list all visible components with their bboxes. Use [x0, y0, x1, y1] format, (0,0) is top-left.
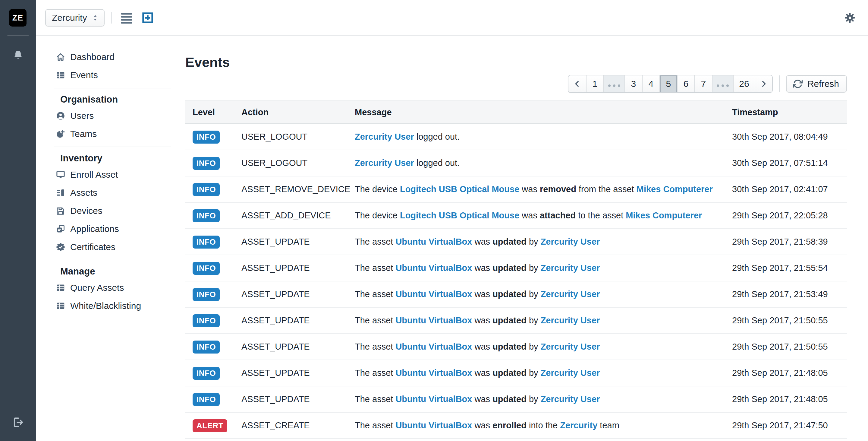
- ellipsis-icon: [607, 79, 621, 89]
- page-button-4[interactable]: 4: [642, 76, 659, 92]
- page-button-5[interactable]: 5: [659, 76, 677, 92]
- entity-link[interactable]: Ubuntu VirtualBox: [396, 263, 472, 273]
- message-text: was: [472, 237, 493, 246]
- sidebar-item-applications[interactable]: Applications: [36, 220, 186, 238]
- sidebar-item-users[interactable]: Users: [36, 107, 186, 125]
- nav-section-header-manage: Manage: [36, 264, 186, 279]
- action-cell: ASSET_UPDATE: [234, 308, 347, 333]
- message-text: from the asset: [576, 184, 637, 194]
- message-cell: The asset Ubuntu VirtualBox was enrolled…: [347, 413, 725, 438]
- entity-link[interactable]: Ubuntu VirtualBox: [396, 368, 472, 378]
- sidebar-item-white-blacklisting[interactable]: White/Blacklisting: [36, 297, 186, 315]
- refresh-button[interactable]: Refresh: [786, 75, 847, 93]
- message-emphasis: attached: [540, 210, 576, 220]
- message-text: The asset: [355, 263, 396, 273]
- action-cell: USER_LOGOUT: [234, 124, 347, 150]
- entity-link[interactable]: Ubuntu VirtualBox: [396, 316, 472, 325]
- sidebar-item-query-assets[interactable]: Query Assets: [36, 279, 186, 297]
- sidebar-item-label: Devices: [70, 206, 102, 216]
- entity-link[interactable]: Ubuntu VirtualBox: [396, 289, 472, 299]
- entity-link[interactable]: Zercurity User: [355, 158, 414, 168]
- chevron-right-icon: [760, 80, 768, 88]
- sidebar-item-assets[interactable]: Assets: [36, 184, 186, 202]
- sidebar-item-label: Certificates: [70, 242, 116, 252]
- message-text: by: [527, 394, 541, 404]
- topbar: Zercurity: [36, 0, 868, 36]
- timestamp-cell: 29th Sep 2017, 21:55:54: [725, 255, 847, 281]
- level-cell: ALERT: [185, 413, 234, 438]
- sidebar-item-certificates[interactable]: Certificates: [36, 238, 186, 256]
- level-cell: INFO: [185, 386, 234, 412]
- sidebar-item-enroll-asset[interactable]: Enroll Asset: [36, 166, 186, 184]
- entity-link[interactable]: Zercurity User: [355, 132, 414, 142]
- entity-link[interactable]: Zercurity User: [541, 368, 600, 378]
- message-text: The asset: [355, 237, 396, 246]
- message-text: was: [519, 210, 540, 220]
- entity-link[interactable]: Zercurity User: [541, 316, 600, 325]
- level-cell: INFO: [185, 334, 234, 359]
- entity-link[interactable]: Logitech USB Optical Mouse: [400, 210, 519, 220]
- entity-link[interactable]: Zercurity User: [541, 237, 600, 246]
- org-selector-dropdown[interactable]: Zercurity: [45, 9, 104, 27]
- entity-link[interactable]: Ubuntu VirtualBox: [396, 420, 472, 430]
- entity-link[interactable]: Zercurity User: [541, 342, 600, 351]
- timestamp-cell: 29th Sep 2017, 21:48:05: [725, 360, 847, 386]
- message-text: The asset: [355, 316, 396, 325]
- sidebar-item-dashboard[interactable]: Dashboard: [36, 48, 186, 66]
- page-title: Events: [185, 54, 230, 70]
- sidebar-item-label: Enroll Asset: [70, 170, 118, 180]
- page-button-26[interactable]: 26: [733, 76, 755, 92]
- user-icon: [56, 111, 65, 121]
- entity-link[interactable]: Ubuntu VirtualBox: [396, 342, 472, 351]
- message-cell: The asset Ubuntu VirtualBox was updated …: [347, 282, 725, 307]
- gear-icon: [844, 12, 856, 24]
- settings-button[interactable]: [844, 12, 856, 24]
- column-header-action: Action: [234, 101, 347, 123]
- level-cell: INFO: [185, 229, 234, 255]
- entity-link[interactable]: Zercurity: [560, 420, 597, 430]
- sidebar-item-label: Users: [70, 111, 94, 121]
- nav-divider: [54, 260, 171, 260]
- entity-link[interactable]: Ubuntu VirtualBox: [396, 237, 472, 246]
- message-cell: The asset Ubuntu VirtualBox was updated …: [347, 255, 725, 281]
- table-row: INFOASSET_UPDATEThe asset Ubuntu Virtual…: [185, 255, 847, 282]
- next-page-button[interactable]: [755, 76, 772, 92]
- table-body: INFOUSER_LOGOUTZercurity User logged out…: [185, 124, 847, 439]
- team-icon: [56, 129, 65, 139]
- entity-link[interactable]: Logitech USB Optical Mouse: [400, 184, 519, 194]
- page-button-1[interactable]: 1: [586, 76, 603, 92]
- entity-link[interactable]: Zercurity User: [541, 289, 600, 299]
- action-cell: ASSET_ADD_DEVICE: [234, 203, 347, 228]
- page-button-3[interactable]: 3: [624, 76, 642, 92]
- level-badge: ALERT: [193, 419, 227, 432]
- create-new-button[interactable]: [141, 11, 154, 24]
- table-row: INFOASSET_UPDATEThe asset Ubuntu Virtual…: [185, 282, 847, 308]
- entity-link[interactable]: Ubuntu VirtualBox: [396, 394, 472, 404]
- level-badge: INFO: [193, 393, 220, 406]
- sidebar-item-teams[interactable]: Teams: [36, 125, 186, 143]
- entity-link[interactable]: Mikes Computerer: [626, 210, 702, 220]
- prev-page-button[interactable]: [568, 76, 586, 92]
- logout-button[interactable]: [12, 416, 24, 429]
- timestamp-cell: 29th Sep 2017, 21:53:49: [725, 282, 847, 307]
- entity-link[interactable]: Mikes Computerer: [637, 184, 713, 194]
- level-cell: INFO: [185, 176, 234, 202]
- message-text: into the: [527, 420, 560, 430]
- message-cell: The asset Ubuntu VirtualBox was updated …: [347, 386, 725, 412]
- sidebar-item-events[interactable]: Events: [36, 66, 186, 84]
- message-text: The device: [355, 184, 400, 194]
- table-icon: [56, 70, 65, 80]
- table-row: INFOASSET_UPDATEThe asset Ubuntu Virtual…: [185, 229, 847, 255]
- list-view-button[interactable]: [120, 11, 133, 25]
- page-button-6[interactable]: 6: [677, 76, 694, 92]
- action-cell: ASSET_CREATE: [234, 413, 347, 438]
- entity-link[interactable]: Zercurity User: [541, 263, 600, 273]
- page-button-7[interactable]: 7: [694, 76, 712, 92]
- entity-link[interactable]: Zercurity User: [541, 394, 600, 404]
- refresh-icon: [793, 79, 803, 89]
- sidebar-item-label: Events: [70, 70, 98, 80]
- notifications-button[interactable]: [12, 49, 24, 61]
- menu-lines-icon: [120, 11, 133, 25]
- sidebar-item-devices[interactable]: Devices: [36, 202, 186, 220]
- action-cell: ASSET_UPDATE: [234, 334, 347, 359]
